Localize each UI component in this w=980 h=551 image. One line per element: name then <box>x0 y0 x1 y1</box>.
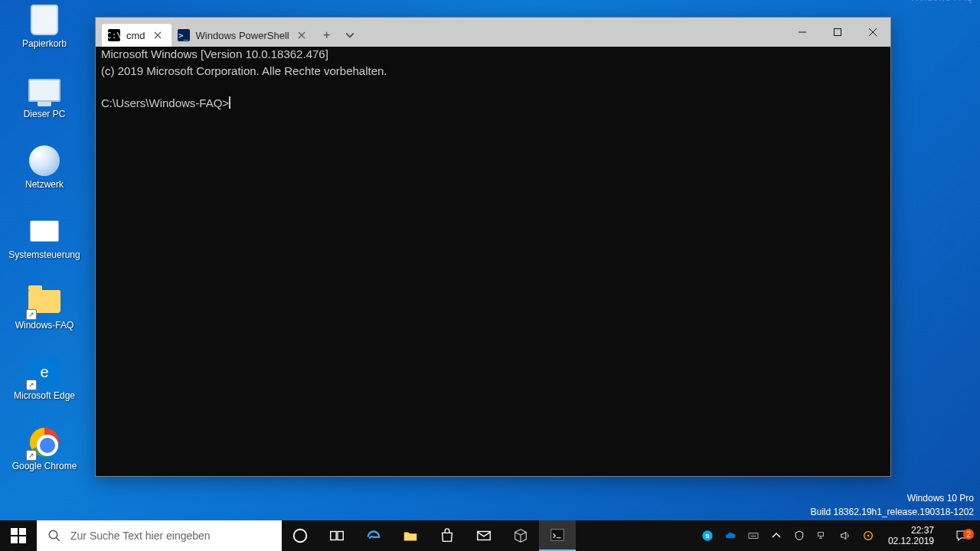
desktop-icon-control-panel[interactable]: Systemsteuerung <box>9 214 80 285</box>
chevron-down-icon <box>345 32 354 38</box>
windows-watermark: Windows-FAQ Windows 10 Pro Build 18362.1… <box>810 491 974 519</box>
svg-rect-4 <box>338 532 343 540</box>
desktop-icon-edge[interactable]: e↗ Microsoft Edge <box>9 355 80 425</box>
desktop-icon-recycle-bin[interactable]: Papierkorb <box>9 3 80 73</box>
tray-security[interactable] <box>792 520 807 551</box>
close-window-button[interactable] <box>855 18 890 47</box>
svg-text:S: S <box>705 533 710 540</box>
notification-badge: 2 <box>963 529 974 540</box>
taskbar-pinned <box>282 520 576 551</box>
close-icon <box>868 28 877 37</box>
edge-icon <box>365 527 382 544</box>
tray-chevron-up[interactable] <box>769 520 784 551</box>
terminal-line: (c) 2019 Microsoft Corporation. Alle Rec… <box>101 64 387 77</box>
desktop-icon-label: Systemsteuerung <box>8 249 80 260</box>
cortana-icon <box>292 527 309 544</box>
svg-point-12 <box>867 535 870 537</box>
svg-rect-10 <box>818 532 824 536</box>
control-panel-icon <box>30 220 59 242</box>
svg-rect-5 <box>478 532 491 540</box>
system-tray: S 22:37 02.12.2019 2 <box>697 520 980 551</box>
start-button[interactable] <box>0 520 37 551</box>
desktop-icon-chrome[interactable]: ↗ Google Chrome <box>9 425 80 496</box>
svg-point-1 <box>49 530 57 539</box>
terminal-prompt: C:\Users\Windows-FAQ> <box>101 96 229 109</box>
taskbar: Zur Suche Text hier eingeben S 22:37 02.… <box>0 520 980 551</box>
task-view-icon <box>328 527 345 544</box>
keyboard-icon <box>747 530 760 542</box>
tab-dropdown-button[interactable] <box>338 24 361 47</box>
tray-time: 22:37 <box>911 525 934 536</box>
desktop-icon-label: Netzwerk <box>25 179 64 190</box>
shortcut-arrow-icon: ↗ <box>26 450 37 461</box>
desktop-icon-label: Microsoft Edge <box>14 390 75 401</box>
store-icon <box>439 527 456 544</box>
desktop-icon-label: Google Chrome <box>12 461 77 471</box>
terminal-icon <box>549 527 566 543</box>
tray-volume[interactable] <box>838 520 853 551</box>
close-icon <box>154 31 162 39</box>
taskbar-edge[interactable] <box>355 520 392 551</box>
cursor <box>229 96 230 109</box>
svg-point-2 <box>294 530 307 543</box>
watermark-faq: Windows-FAQ <box>910 0 974 5</box>
svg-rect-0 <box>835 29 841 36</box>
windows-update-icon <box>862 530 874 542</box>
taskbar-3dviewer[interactable] <box>502 520 539 551</box>
desktop-icon-network[interactable]: Netzwerk <box>9 144 80 214</box>
chevron-up-icon <box>772 533 781 539</box>
maximize-icon <box>833 28 842 37</box>
network-tray-icon <box>816 530 828 542</box>
new-tab-button[interactable]: + <box>315 24 338 47</box>
taskbar-mail[interactable] <box>466 520 502 551</box>
tray-clock[interactable]: 22:37 02.12.2019 <box>884 525 939 546</box>
taskbar-explorer[interactable] <box>392 520 429 551</box>
desktop-icon-windows-faq[interactable]: ↗ Windows-FAQ <box>9 285 80 355</box>
tray-network[interactable] <box>815 520 830 551</box>
taskbar-search[interactable]: Zur Suche Text hier eingeben <box>37 520 282 551</box>
desktop-icon-label: Dieser PC <box>24 109 66 119</box>
desktop-icon-this-pc[interactable]: Dieser PC <box>9 73 80 144</box>
action-center-button[interactable]: 2 <box>946 529 977 543</box>
tab-close-button[interactable] <box>296 29 308 41</box>
terminal-line: Microsoft Windows [Version 10.0.18362.47… <box>101 47 328 60</box>
taskbar-cortana[interactable] <box>282 520 318 551</box>
desktop-icon-label: Windows-FAQ <box>15 320 74 331</box>
tray-date: 02.12.2019 <box>888 536 934 546</box>
taskbar-terminal[interactable] <box>539 520 576 551</box>
shortcut-arrow-icon: ↗ <box>26 380 37 390</box>
cube-icon <box>512 527 529 544</box>
desktop-icons-column: Papierkorb Dieser PC Netzwerk Systemsteu… <box>9 3 80 496</box>
tray-input-indicator[interactable] <box>746 520 761 551</box>
folder-icon <box>402 527 419 544</box>
network-icon <box>29 145 60 176</box>
shield-icon <box>793 530 805 542</box>
tray-skype[interactable]: S <box>700 520 715 551</box>
tab-cmd[interactable]: C:\ cmd <box>102 24 172 47</box>
watermark-edition: Windows 10 Pro <box>810 491 974 505</box>
tab-powershell[interactable]: >_ Windows PowerShell <box>172 24 315 47</box>
tab-label: Windows PowerShell <box>196 30 289 41</box>
taskbar-task-view[interactable] <box>318 520 355 551</box>
tray-windows-update[interactable] <box>861 520 876 551</box>
taskbar-store[interactable] <box>429 520 466 551</box>
svg-rect-3 <box>331 532 336 540</box>
minimize-button[interactable] <box>785 18 820 47</box>
window-controls <box>785 18 890 47</box>
tab-label: cmd <box>126 30 145 41</box>
titlebar[interactable]: C:\ cmd >_ Windows PowerShell + <box>96 18 890 47</box>
close-icon <box>298 31 305 39</box>
cmd-icon: C:\ <box>108 29 120 41</box>
recycle-bin-icon <box>31 5 58 35</box>
windows-terminal-window: C:\ cmd >_ Windows PowerShell + <box>95 17 891 477</box>
tray-onedrive[interactable] <box>723 520 738 551</box>
minimize-icon <box>798 28 807 37</box>
search-icon <box>47 529 61 543</box>
pc-icon <box>28 79 60 102</box>
speaker-icon <box>839 530 851 542</box>
cloud-icon <box>724 530 737 542</box>
tab-strip: C:\ cmd >_ Windows PowerShell + <box>96 21 361 47</box>
terminal-body[interactable]: Microsoft Windows [Version 10.0.18362.47… <box>96 47 890 476</box>
tab-close-button[interactable] <box>152 29 164 41</box>
maximize-button[interactable] <box>820 18 855 47</box>
